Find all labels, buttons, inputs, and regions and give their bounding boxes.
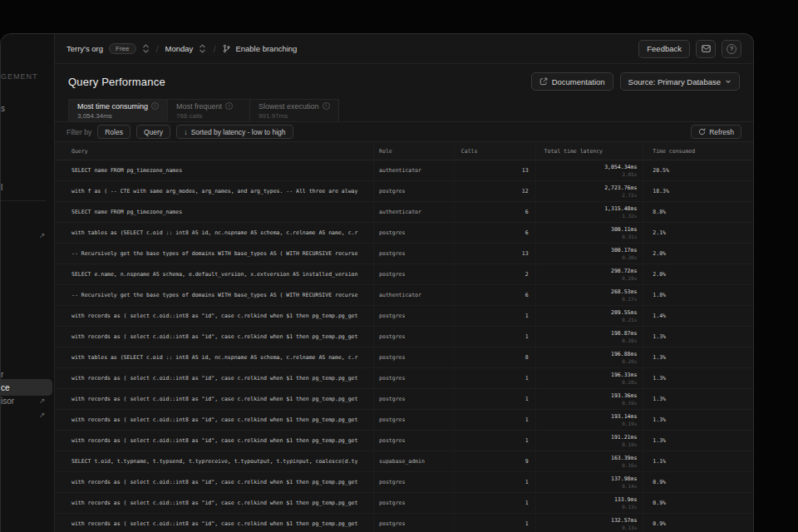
chevron-updown-icon[interactable] — [142, 44, 150, 53]
total-time-cell: 193.36ms0.19s — [536, 389, 644, 409]
time-consumed-cell: 18.3% — [643, 181, 753, 201]
table-row[interactable]: with records as ( select c.oid::int8 as … — [55, 389, 753, 410]
feedback-button[interactable]: Feedback — [638, 40, 690, 58]
chevron-down-icon — [725, 78, 732, 85]
role-cell: postgres — [374, 493, 455, 513]
role-cell: postgres — [374, 347, 455, 367]
calls-cell: 12 — [455, 181, 536, 201]
column-header-time-consumed[interactable]: Time consumed — [643, 142, 753, 160]
table-row[interactable]: with records as ( select c.oid::int8 as … — [55, 368, 753, 389]
calls-cell: 1 — [455, 431, 536, 451]
total-time-cell: 132.57ms0.13s — [536, 514, 644, 532]
source-label: Source: Primary Database — [628, 77, 721, 86]
query-cell: SELECT e.name, n.nspname AS schema, e.de… — [55, 264, 374, 284]
query-cell: with tables as (SELECT c.oid :: int8 AS … — [55, 347, 374, 367]
calls-cell: 13 — [455, 244, 536, 264]
total-time-cell: 268.53ms0.27s — [536, 285, 644, 305]
time-consumed-cell: 1.3% — [643, 327, 753, 347]
external-link-icon[interactable]: ↗ — [39, 411, 46, 419]
external-link-icon[interactable]: ↗ — [39, 231, 46, 239]
table-row[interactable]: with f as ( -- CTE with same arg_modes, … — [55, 181, 753, 202]
tab-most-frequent[interactable]: Most frequenti 766 calls — [167, 99, 250, 121]
time-consumed-cell: 1.3% — [643, 368, 753, 388]
calls-cell: 1 — [455, 368, 536, 388]
main-area: Terry's org Free / Monday / Enable branc… — [55, 34, 753, 532]
sidebar-item[interactable]: r — [1, 370, 3, 379]
sidebar-item[interactable]: isor — [1, 397, 14, 406]
sort-button[interactable]: ↓ Sorted by latency - low to high — [176, 125, 293, 139]
role-cell: authenticator — [374, 202, 455, 222]
table-row[interactable]: with records as ( select c.oid::int8 as … — [55, 327, 753, 347]
table-row[interactable]: SELECT t.oid, t.typname, t.typsend, t.ty… — [55, 451, 753, 472]
sidebar-item-active[interactable]: ce — [1, 379, 52, 396]
time-consumed-cell: 1.3% — [643, 431, 753, 451]
table-row[interactable]: with records as ( select c.oid::int8 as … — [55, 431, 753, 451]
project-name[interactable]: Monday — [165, 44, 194, 53]
query-cell: with records as ( select c.oid::int8 as … — [55, 514, 374, 532]
query-cell: with records as ( select c.oid::int8 as … — [55, 493, 374, 513]
time-consumed-cell: 2.0% — [643, 244, 753, 264]
column-header-calls[interactable]: Calls — [455, 142, 536, 160]
time-consumed-cell: 1.3% — [643, 347, 753, 367]
total-time-cell: 3,054.34ms3.05s — [536, 160, 644, 180]
external-link-icon[interactable]: ↗ — [39, 397, 46, 405]
roles-filter-button[interactable]: Roles — [97, 125, 131, 139]
table-row[interactable]: SELECT name FROM pg_timezone_namesauthen… — [55, 160, 753, 181]
table-row[interactable]: with records as ( select c.oid::int8 as … — [55, 306, 753, 327]
table-row[interactable]: -- Recursively get the base types of dom… — [55, 244, 753, 264]
role-cell: postgres — [374, 472, 455, 492]
info-icon: i — [323, 102, 330, 110]
sidebar-divider — [1, 200, 46, 201]
query-cell: with records as ( select c.oid::int8 as … — [55, 389, 374, 409]
calls-cell: 6 — [455, 202, 536, 222]
calls-cell: 6 — [455, 223, 536, 243]
query-cell: with records as ( select c.oid::int8 as … — [55, 410, 374, 430]
external-link-icon — [539, 77, 548, 86]
total-time-cell: 300.11ms0.31s — [536, 223, 644, 243]
inbox-button[interactable] — [696, 40, 716, 58]
query-filter-button[interactable]: Query — [136, 125, 170, 139]
chevron-updown-icon[interactable] — [199, 44, 206, 53]
page-header: Query Performance Documentation Source: … — [55, 64, 753, 99]
role-cell: postgres — [374, 223, 455, 243]
sidebar: GEMENT s l ↗ r ce isor ↗ ↗ — [1, 34, 55, 532]
table-row[interactable]: with records as ( select c.oid::int8 as … — [55, 472, 753, 493]
column-header-query[interactable]: Query — [55, 142, 374, 160]
table-row[interactable]: -- Recursively get the base types of dom… — [55, 285, 753, 306]
table-body: SELECT name FROM pg_timezone_namesauthen… — [55, 160, 753, 532]
sidebar-item[interactable]: l — [1, 183, 2, 192]
column-header-total-time[interactable]: Total time latency — [536, 142, 644, 160]
sidebar-item[interactable]: s — [1, 104, 5, 113]
role-cell: postgres — [374, 514, 455, 532]
table-row[interactable]: SELECT e.name, n.nspname AS schema, e.de… — [55, 264, 753, 285]
topbar-actions: Feedback ? — [638, 40, 741, 58]
time-consumed-cell: 2.0% — [643, 264, 753, 284]
info-icon: i — [225, 102, 233, 110]
table-row[interactable]: with records as ( select c.oid::int8 as … — [55, 514, 753, 532]
tab-value: 766 calls — [176, 112, 241, 120]
tab-most-time-consuming[interactable]: Most time consumingi 3,054.34ms — [68, 99, 168, 121]
source-select[interactable]: Source: Primary Database — [620, 72, 740, 91]
query-cell: with records as ( select c.oid::int8 as … — [55, 306, 374, 326]
total-time-cell: 133.9ms0.13s — [536, 493, 644, 513]
documentation-button[interactable]: Documentation — [531, 72, 613, 91]
help-button[interactable]: ? — [722, 40, 741, 58]
org-name[interactable]: Terry's org — [66, 44, 103, 53]
time-consumed-cell: 8.8% — [643, 202, 753, 222]
calls-cell: 1 — [455, 389, 536, 409]
table-row[interactable]: with tables as (SELECT c.oid :: int8 AS … — [55, 347, 753, 368]
query-cell: with records as ( select c.oid::int8 as … — [55, 472, 374, 492]
tab-slowest-execution[interactable]: Slowest executioni 991.97ms — [249, 99, 339, 121]
filter-bar: Filter by Roles Query ↓ Sorted by latenc… — [55, 122, 753, 142]
role-cell: postgres — [374, 389, 455, 409]
time-consumed-cell: 1.4% — [643, 306, 753, 326]
column-header-role[interactable]: Role — [374, 142, 455, 160]
query-cell: with f as ( -- CTE with same arg_modes, … — [55, 181, 374, 201]
refresh-button[interactable]: Refresh — [691, 125, 741, 139]
enable-branching-button[interactable]: Enable branching — [222, 44, 297, 53]
table-row[interactable]: with tables as (SELECT c.oid :: int8 AS … — [55, 223, 753, 244]
table-row[interactable]: SELECT name FROM pg_timezone_namesauthen… — [55, 202, 753, 223]
calls-cell: 8 — [455, 347, 536, 367]
table-row[interactable]: with records as ( select c.oid::int8 as … — [55, 410, 753, 431]
table-row[interactable]: with records as ( select c.oid::int8 as … — [55, 493, 753, 514]
